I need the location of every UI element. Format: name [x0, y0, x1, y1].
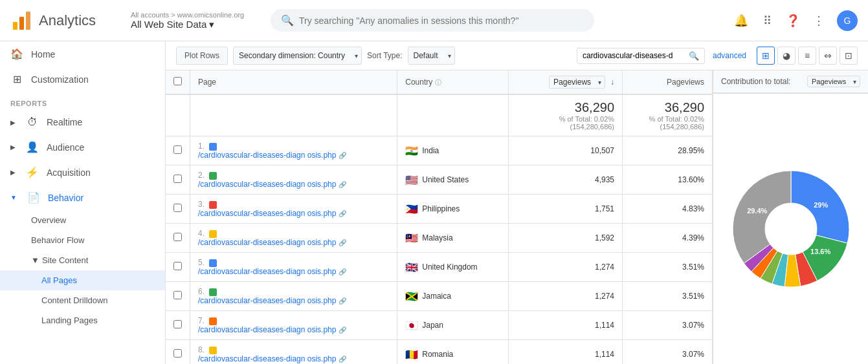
pie-view-icon[interactable]: ◕ [777, 47, 796, 65]
page-link[interactable]: /cardiovascular-diseases-diagn osis.php … [198, 267, 389, 276]
select-all-checkbox[interactable] [173, 77, 182, 85]
sidebar-item-content-drilldown[interactable]: Content Drilldown [0, 290, 165, 310]
page-link[interactable]: /cardiovascular-diseases-diagn osis.php … [198, 238, 389, 247]
row-number: 3. [198, 200, 205, 209]
link-icon: 🔗 [339, 297, 346, 305]
search-filter[interactable]: 🔍 [577, 48, 705, 64]
row-page-cell: 3. /cardiovascular-diseases-diagn osis.p… [190, 195, 397, 224]
link-icon: 🔗 [339, 181, 346, 188]
row-contribution-cell: 3.51% [623, 282, 713, 311]
table-row: 2. /cardiovascular-diseases-diagn osis.p… [166, 166, 713, 195]
filter-input[interactable] [583, 51, 686, 60]
pageviews-filter-select[interactable]: Pageviews [549, 76, 605, 89]
link-icon: 🔗 [339, 268, 346, 275]
sidebar-item-realtime[interactable]: ▶ ⏱ Realtime [0, 110, 165, 134]
row-page-cell: 4. /cardiovascular-diseases-diagn osis.p… [190, 224, 397, 253]
sidebar-item-overview[interactable]: Overview [0, 210, 165, 230]
country-name: Romania [422, 350, 453, 359]
page-link[interactable]: /cardiovascular-diseases-diagn osis.php … [198, 180, 389, 189]
row-page-cell: 1. /cardiovascular-diseases-diagn osis.p… [190, 136, 397, 166]
account-name[interactable]: All Web Site Data ▾ [131, 19, 260, 30]
page-link[interactable]: /cardiovascular-diseases-diagn osis.php … [198, 209, 389, 218]
sort-type-select[interactable]: Default [408, 47, 455, 65]
th-country: Country ⓘ [397, 70, 509, 94]
sidebar-item-customization[interactable]: ⊞ Customization [0, 67, 165, 92]
country-flag: 🇲🇾 [405, 232, 418, 244]
more-vert-icon[interactable]: ⋮ [811, 13, 827, 28]
row-checkbox[interactable] [173, 204, 182, 212]
home-icon: 🏠 [10, 48, 23, 60]
row-country-cell: 🇵🇭 Philippines [397, 195, 509, 224]
sidebar-realtime-label: Realtime [47, 117, 82, 127]
global-search-bar[interactable]: 🔍 [271, 9, 594, 32]
sidebar: 🏠 Home ⊞ Customization REPORTS ▶ ⏱ Realt… [0, 41, 166, 364]
chart-metric-select-wrapper[interactable]: Pageviews [807, 76, 860, 87]
sidebar-item-site-content[interactable]: ▼ Site Content [0, 250, 165, 270]
row-number: 8. [198, 345, 205, 354]
pivot-view-icon[interactable]: ⊡ [840, 47, 858, 65]
total-page-cell [190, 94, 397, 136]
secondary-dimension-wrapper[interactable]: Secondary dimension: Country [233, 47, 362, 65]
sidebar-item-behavior-flow[interactable]: Behavior Flow [0, 230, 165, 250]
sort-arrow-icon[interactable]: ↓ [610, 78, 614, 87]
sidebar-item-audience[interactable]: ▶ 👤 Audience [0, 134, 165, 160]
row-checkbox[interactable] [173, 291, 182, 299]
sidebar-item-acquisition[interactable]: ▶ ⚡ Acquisition [0, 160, 165, 185]
row-pageviews-cell: 1,592 [508, 224, 622, 253]
th-pageviews-filter: Pageviews ↓ [508, 70, 622, 94]
country-flag: 🇬🇧 [405, 261, 418, 273]
page-link[interactable]: /cardiovascular-diseases-diagn osis.php … [198, 151, 389, 160]
advanced-link[interactable]: advanced [713, 51, 746, 60]
country-name: United States [422, 175, 469, 184]
row-page-cell: 6. /cardiovascular-diseases-diagn osis.p… [190, 282, 397, 311]
sidebar-acquisition-label: Acquisition [47, 167, 91, 178]
audience-icon: 👤 [26, 141, 39, 153]
filter-search-icon[interactable]: 🔍 [689, 51, 699, 61]
row-contribution-cell: 3.07% [623, 311, 713, 340]
bar-view-icon[interactable]: ≡ [798, 47, 816, 65]
svg-rect-1 [19, 17, 24, 30]
apps-grid-icon[interactable]: ⠿ [759, 13, 775, 28]
page-link[interactable]: /cardiovascular-diseases-diagn osis.php … [198, 325, 389, 334]
row-checkbox[interactable] [173, 262, 182, 270]
svg-text:29.4%: 29.4% [747, 207, 767, 215]
table-row: 5. /cardiovascular-diseases-diagn osis.p… [166, 253, 713, 282]
sort-type-label: Sort Type: [367, 51, 402, 60]
toolbar: Plot Rows Secondary dimension: Country S… [166, 41, 868, 70]
behavior-icon: 📄 [27, 191, 40, 204]
sort-type-wrapper[interactable]: Default [408, 47, 455, 65]
page-link[interactable]: /cardiovascular-diseases-diagn osis.php … [198, 354, 389, 363]
row-number: 2. [198, 171, 205, 180]
row-checkbox[interactable] [173, 349, 182, 358]
row-page-cell: 8. /cardiovascular-diseases-diagn osis.p… [190, 340, 397, 365]
row-checkbox-cell [166, 282, 190, 311]
page-link[interactable]: /cardiovascular-diseases-diagn osis.php … [198, 296, 389, 305]
sidebar-item-behavior[interactable]: ▼ 📄 Behavior [0, 185, 165, 210]
country-name: Japan [422, 321, 443, 330]
help-icon[interactable]: ❓ [785, 13, 801, 28]
sidebar-item-landing-pages[interactable]: Landing Pages [0, 310, 165, 330]
secondary-dimension-select[interactable]: Secondary dimension: Country [233, 47, 362, 65]
view-icons: ⊞ ◕ ≡ ⇔ ⊡ [757, 47, 858, 65]
table-view-icon[interactable]: ⊞ [757, 47, 775, 65]
plot-rows-button[interactable]: Plot Rows [176, 47, 228, 65]
row-checkbox[interactable] [173, 233, 182, 241]
avatar[interactable]: G [837, 10, 858, 31]
row-checkbox-cell [166, 340, 190, 365]
expand-collapse-icon: ▼ [10, 194, 17, 201]
row-checkbox[interactable] [173, 145, 182, 154]
chart-metric-select[interactable]: Pageviews [807, 76, 860, 87]
table-row: 7. /cardiovascular-diseases-diagn osis.p… [166, 311, 713, 340]
sidebar-item-home[interactable]: 🏠 Home [0, 41, 165, 67]
comparison-view-icon[interactable]: ⇔ [819, 47, 837, 65]
global-search-input[interactable] [299, 16, 584, 26]
sidebar-item-all-pages[interactable]: All Pages [0, 270, 165, 290]
row-checkbox[interactable] [173, 175, 182, 183]
row-pageviews-cell: 10,507 [508, 136, 622, 166]
total-pv2-cell: 36,290 % of Total: 0.02% (154,280,686) [623, 94, 713, 136]
link-icon: 🔗 [339, 356, 346, 363]
notification-bell-icon[interactable]: 🔔 [733, 13, 749, 28]
row-checkbox[interactable] [173, 320, 182, 328]
pageviews-filter-select-wrapper[interactable]: Pageviews [549, 76, 605, 89]
svg-rect-2 [26, 12, 30, 30]
